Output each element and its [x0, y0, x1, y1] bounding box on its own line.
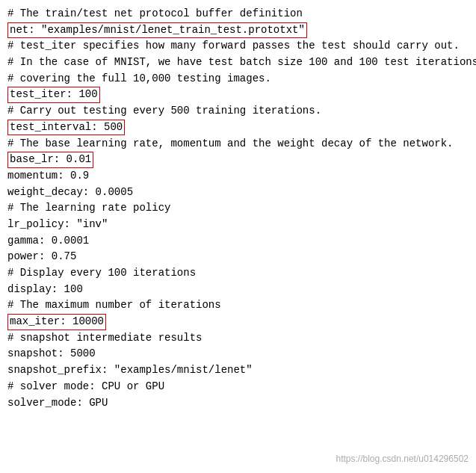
highlighted-code: base_lr: 0.01	[7, 152, 93, 168]
code-line: snapshot_prefix: "examples/mnist/lenet"	[7, 362, 469, 379]
code-line: # The maximum number of iterations	[7, 297, 469, 314]
code-line: momentum: 0.9	[7, 168, 469, 185]
code-line: test_iter: 100	[7, 87, 469, 103]
code-line: # The learning rate policy	[7, 200, 469, 217]
highlighted-code: test_iter: 100	[7, 87, 100, 103]
code-line: net: "examples/mnist/lenet_train_test.pr…	[7, 22, 469, 39]
code-line: # solver mode: CPU or GPU	[7, 379, 469, 395]
code-line: base_lr: 0.01	[7, 152, 469, 168]
highlighted-code: test_interval: 500	[7, 120, 125, 136]
code-line: display: 100	[7, 282, 469, 298]
code-line: solver_mode: GPU	[7, 395, 469, 412]
code-line: max_iter: 10000	[7, 314, 469, 330]
code-line: # snapshot intermediate results	[7, 330, 469, 347]
code-line: snapshot: 5000	[7, 346, 469, 362]
code-line: gamma: 0.0001	[7, 233, 469, 250]
code-line: # The train/test net protocol buffer def…	[7, 6, 469, 22]
code-line: # test_iter specifies how many forward p…	[7, 38, 469, 55]
highlighted-code: net: "examples/mnist/lenet_train_test.pr…	[7, 22, 307, 39]
highlighted-code: max_iter: 10000	[7, 314, 106, 330]
code-line: # In the case of MNIST, we have test bat…	[7, 55, 469, 71]
code-line: # Carry out testing every 500 training i…	[7, 103, 469, 120]
code-line: # Display every 100 iterations	[7, 265, 469, 282]
code-line: power: 0.75	[7, 249, 469, 265]
code-container: # The train/test net protocol buffer def…	[0, 0, 476, 473]
watermark: https://blog.csdn.net/u014296502	[336, 454, 469, 464]
code-line: # covering the full 10,000 testing image…	[7, 71, 469, 87]
code-line: weight_decay: 0.0005	[7, 185, 469, 201]
code-block: # The train/test net protocol buffer def…	[7, 6, 469, 411]
code-line: # The base learning rate, momentum and t…	[7, 136, 469, 152]
code-line: lr_policy: "inv"	[7, 217, 469, 233]
code-line: test_interval: 500	[7, 120, 469, 136]
